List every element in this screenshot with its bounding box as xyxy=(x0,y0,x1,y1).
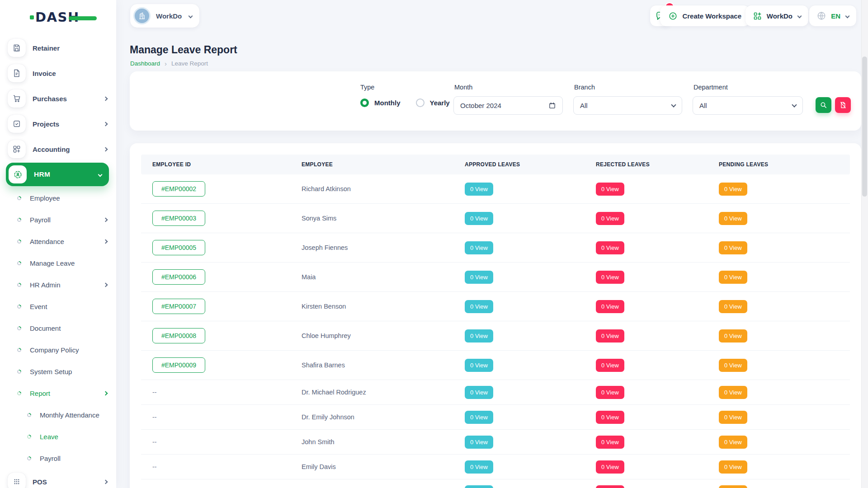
app-switcher-button[interactable]: WorkDo xyxy=(745,5,808,26)
approved-leaves-view-badge[interactable]: 0 View xyxy=(465,271,493,284)
app-logo[interactable]: DASH xyxy=(35,9,80,25)
approved-leaves-view-badge[interactable]: 0 View xyxy=(465,485,493,488)
employee-id-button[interactable]: #EMP00002 xyxy=(152,181,205,197)
chevron-right-icon xyxy=(104,96,108,101)
sidebar-item-retainer[interactable]: Retainer xyxy=(0,35,116,61)
month-label: Month xyxy=(454,84,472,91)
employee-id-button[interactable]: #EMP00009 xyxy=(152,357,205,373)
rejected-leaves-view-badge[interactable]: 0 View xyxy=(596,359,624,372)
sidebar-item-pos[interactable]: POS xyxy=(0,469,116,488)
sidebar-item-payroll[interactable]: Payroll xyxy=(0,209,116,230)
employee-id-button[interactable]: -- xyxy=(152,413,156,421)
approved-leaves-view-badge[interactable]: 0 View xyxy=(465,212,493,225)
breadcrumb: Dashboard › Leave Report xyxy=(130,60,208,67)
pending-leaves-view-badge[interactable]: 0 View xyxy=(719,386,747,399)
pending-leaves-view-badge[interactable]: 0 View xyxy=(719,460,747,474)
rejected-leaves-view-badge[interactable]: 0 View xyxy=(596,329,624,343)
sidebar-item-invoice[interactable]: Invoice xyxy=(0,61,116,86)
approved-leaves-view-badge[interactable]: 0 View xyxy=(465,359,493,372)
approved-leaves-view-badge[interactable]: 0 View xyxy=(465,411,493,424)
chevron-right-icon xyxy=(104,217,108,222)
approved-leaves-view-badge[interactable]: 0 View xyxy=(465,436,493,449)
export-button[interactable] xyxy=(835,97,851,113)
branch-value: All xyxy=(580,102,672,109)
employee-name: Dr. Michael Rodriguez xyxy=(290,389,453,396)
sidebar-item-label: POS xyxy=(33,478,47,486)
department-select[interactable]: All xyxy=(693,96,803,115)
rejected-leaves-view-badge[interactable]: 0 View xyxy=(596,183,624,196)
pending-leaves-view-badge[interactable]: 0 View xyxy=(719,436,747,449)
sidebar-item-accounting[interactable]: Accounting xyxy=(0,136,116,162)
employee-name: Emily Davis xyxy=(290,463,453,470)
sidebar-item-leave[interactable]: Leave xyxy=(0,426,116,447)
approved-leaves-view-badge[interactable]: 0 View xyxy=(465,329,493,343)
sidebar-item-manage-leave[interactable]: Manage Leave xyxy=(0,252,116,274)
pending-leaves-view-badge[interactable]: 0 View xyxy=(719,183,747,196)
employee-id-button[interactable]: -- xyxy=(152,389,156,396)
sidebar-item-company-policy[interactable]: Company Policy xyxy=(0,339,116,361)
approved-leaves-view-badge[interactable]: 0 View xyxy=(465,300,493,313)
table-row: -- Dr. Michael Rodriguez 0 View 0 View 0… xyxy=(141,380,850,405)
create-workspace-button[interactable]: Create Workspace xyxy=(660,5,750,26)
sidebar-item-event[interactable]: Event xyxy=(0,296,116,317)
sidebar-item-label: Manage Leave xyxy=(30,259,75,267)
approved-leaves-view-badge[interactable]: 0 View xyxy=(465,460,493,474)
branch-select[interactable]: All xyxy=(573,96,682,115)
rejected-leaves-view-badge[interactable]: 0 View xyxy=(596,436,624,449)
pending-leaves-view-badge[interactable]: 0 View xyxy=(719,411,747,424)
employee-id-button[interactable]: #EMP00005 xyxy=(152,240,205,255)
language-selector[interactable]: EN xyxy=(809,5,856,26)
month-input[interactable]: October 2024 xyxy=(453,96,563,115)
sidebar-item-projects[interactable]: Projects xyxy=(0,111,116,136)
sidebar-item-purchases[interactable]: Purchases xyxy=(0,86,116,111)
sidebar-item-system-setup[interactable]: System Setup xyxy=(0,361,116,382)
rejected-leaves-view-badge[interactable]: 0 View xyxy=(596,485,624,488)
sidebar-item-report-payroll[interactable]: Payroll xyxy=(0,447,116,469)
employee-id-button[interactable]: #EMP00006 xyxy=(152,269,205,285)
rejected-leaves-view-badge[interactable]: 0 View xyxy=(596,271,624,284)
employee-id-button[interactable]: #EMP00007 xyxy=(152,299,205,314)
column-header-employee-id: EMPLOYEE ID xyxy=(141,161,290,168)
table-body: #EMP00002 Richard Atkinson 0 View 0 View… xyxy=(141,174,850,488)
bullet-icon xyxy=(16,347,22,353)
chevron-down-icon xyxy=(671,102,676,107)
breadcrumb-dashboard-link[interactable]: Dashboard xyxy=(130,60,160,67)
grid-plus-icon xyxy=(753,11,762,21)
pending-leaves-view-badge[interactable]: 0 View xyxy=(719,329,747,343)
rejected-leaves-view-badge[interactable]: 0 View xyxy=(596,386,624,399)
sidebar-item-label: System Setup xyxy=(30,368,72,375)
rejected-leaves-view-badge[interactable]: 0 View xyxy=(596,300,624,313)
scrollbar-thumb[interactable] xyxy=(862,56,867,197)
monthly-radio[interactable] xyxy=(360,99,369,107)
column-header-pending-leaves: PENDING LEAVES xyxy=(708,161,850,168)
approved-leaves-view-badge[interactable]: 0 View xyxy=(465,241,493,254)
table-header: EMPLOYEE ID EMPLOYEE APPROVED LEAVES REJ… xyxy=(141,155,850,174)
employee-id-button[interactable]: #EMP00008 xyxy=(152,328,205,343)
rejected-leaves-view-badge[interactable]: 0 View xyxy=(596,411,624,424)
sidebar-item-hr-admin[interactable]: HR Admin xyxy=(0,274,116,296)
pending-leaves-view-badge[interactable]: 0 View xyxy=(719,485,747,488)
sidebar-item-attendance[interactable]: Attendance xyxy=(0,230,116,252)
pending-leaves-view-badge[interactable]: 0 View xyxy=(719,271,747,284)
employee-id-button[interactable]: -- xyxy=(152,463,156,470)
rejected-leaves-view-badge[interactable]: 0 View xyxy=(596,212,624,225)
pending-leaves-view-badge[interactable]: 0 View xyxy=(719,300,747,313)
table-row: #EMP00005 Joseph Fiennes 0 View 0 View 0… xyxy=(141,233,850,263)
pending-leaves-view-badge[interactable]: 0 View xyxy=(719,212,747,225)
approved-leaves-view-badge[interactable]: 0 View xyxy=(465,386,493,399)
rejected-leaves-view-badge[interactable]: 0 View xyxy=(596,460,624,474)
approved-leaves-view-badge[interactable]: 0 View xyxy=(465,183,493,196)
pending-leaves-view-badge[interactable]: 0 View xyxy=(719,359,747,372)
sidebar-item-hrm[interactable]: HRM xyxy=(6,163,109,186)
sidebar-item-monthly-attendance[interactable]: Monthly Attendance xyxy=(0,404,116,426)
employee-id-button[interactable]: -- xyxy=(152,438,156,446)
pending-leaves-view-badge[interactable]: 0 View xyxy=(719,241,747,254)
yearly-radio[interactable] xyxy=(416,99,425,107)
workspace-selector[interactable]: WorkDo xyxy=(130,4,199,28)
sidebar-item-employee[interactable]: Employee xyxy=(0,187,116,209)
sidebar-item-report[interactable]: Report xyxy=(0,382,116,404)
search-button[interactable] xyxy=(816,97,831,113)
rejected-leaves-view-badge[interactable]: 0 View xyxy=(596,241,624,254)
sidebar-item-document[interactable]: Document xyxy=(0,317,116,339)
employee-id-button[interactable]: #EMP00003 xyxy=(152,211,205,226)
